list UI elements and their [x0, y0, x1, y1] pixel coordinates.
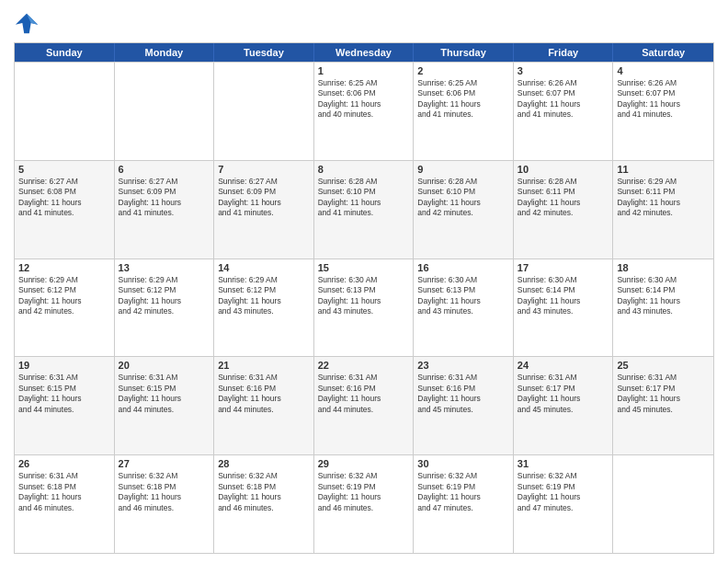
- calendar-cell: 13Sunrise: 6:29 AMSunset: 6:12 PMDayligh…: [115, 259, 215, 357]
- weekday-header: Sunday: [15, 43, 115, 62]
- calendar-cell: 4Sunrise: 6:26 AMSunset: 6:07 PMDaylight…: [613, 63, 713, 160]
- cell-line: Daylight: 11 hours: [318, 99, 410, 109]
- cell-line: Daylight: 11 hours: [218, 394, 310, 404]
- cell-line: Sunrise: 6:29 AM: [119, 275, 210, 285]
- cell-line: Sunset: 6:16 PM: [417, 384, 509, 394]
- weekday-header: Thursday: [414, 43, 514, 62]
- cell-line: and 43 minutes.: [218, 306, 310, 316]
- cell-line: and 46 minutes.: [318, 503, 410, 513]
- cell-line: and 46 minutes.: [218, 503, 310, 513]
- calendar-cell: 22Sunrise: 6:31 AMSunset: 6:16 PMDayligh…: [314, 357, 415, 454]
- cell-line: Sunrise: 6:32 AM: [119, 471, 210, 481]
- calendar-row: 12Sunrise: 6:29 AMSunset: 6:12 PMDayligh…: [15, 259, 713, 357]
- cell-line: Sunset: 6:07 PM: [617, 88, 710, 98]
- cell-line: Sunset: 6:18 PM: [119, 482, 210, 492]
- day-number: 27: [119, 458, 210, 469]
- cell-line: Sunrise: 6:25 AM: [318, 78, 410, 88]
- day-number: 2: [417, 65, 509, 76]
- cell-line: and 43 minutes.: [417, 306, 509, 316]
- cell-line: Daylight: 11 hours: [417, 99, 509, 109]
- cell-line: Daylight: 11 hours: [18, 296, 110, 306]
- calendar-cell: 19Sunrise: 6:31 AMSunset: 6:15 PMDayligh…: [15, 357, 115, 454]
- cell-line: Daylight: 11 hours: [119, 394, 210, 404]
- cell-line: and 42 minutes.: [18, 306, 110, 316]
- day-number: 29: [318, 458, 410, 469]
- cell-line: Daylight: 11 hours: [617, 394, 710, 404]
- cell-line: and 41 minutes.: [119, 208, 210, 218]
- cell-line: Sunset: 6:11 PM: [617, 187, 710, 197]
- cell-line: and 44 minutes.: [218, 405, 310, 415]
- day-number: 13: [119, 262, 210, 273]
- calendar-cell: 8Sunrise: 6:28 AMSunset: 6:10 PMDaylight…: [314, 161, 415, 259]
- cell-line: Sunrise: 6:30 AM: [318, 275, 410, 285]
- cell-line: Sunset: 6:09 PM: [119, 187, 210, 197]
- cell-line: Daylight: 11 hours: [518, 394, 609, 404]
- cell-line: Sunrise: 6:28 AM: [518, 177, 609, 187]
- cell-line: Daylight: 11 hours: [18, 394, 110, 404]
- calendar-cell: 24Sunrise: 6:31 AMSunset: 6:17 PMDayligh…: [514, 357, 614, 454]
- calendar-cell: [613, 455, 713, 553]
- cell-line: Daylight: 11 hours: [318, 492, 410, 502]
- calendar-cell: 9Sunrise: 6:28 AMSunset: 6:10 PMDaylight…: [414, 161, 514, 259]
- calendar-cell: 5Sunrise: 6:27 AMSunset: 6:08 PMDaylight…: [15, 161, 115, 259]
- cell-line: Sunrise: 6:29 AM: [218, 275, 310, 285]
- cell-line: Daylight: 11 hours: [518, 492, 609, 502]
- calendar-row: 1Sunrise: 6:25 AMSunset: 6:06 PMDaylight…: [15, 62, 713, 160]
- logo-icon: [14, 9, 40, 35]
- cell-line: Daylight: 11 hours: [18, 492, 110, 502]
- cell-line: Daylight: 11 hours: [119, 296, 210, 306]
- day-number: 6: [119, 164, 210, 175]
- cell-line: Daylight: 11 hours: [218, 492, 310, 502]
- cell-line: Sunset: 6:10 PM: [417, 187, 509, 197]
- calendar: SundayMondayTuesdayWednesdayThursdayFrid…: [14, 42, 714, 554]
- cell-line: Sunset: 6:17 PM: [617, 384, 710, 394]
- cell-line: Sunset: 6:10 PM: [318, 187, 410, 197]
- cell-line: Daylight: 11 hours: [318, 296, 410, 306]
- cell-line: Daylight: 11 hours: [518, 296, 609, 306]
- cell-line: and 44 minutes.: [119, 405, 210, 415]
- calendar-cell: 2Sunrise: 6:25 AMSunset: 6:06 PMDaylight…: [414, 63, 514, 160]
- cell-line: and 44 minutes.: [318, 405, 410, 415]
- calendar-cell: 3Sunrise: 6:26 AMSunset: 6:07 PMDaylight…: [514, 63, 614, 160]
- cell-line: Sunset: 6:06 PM: [318, 88, 410, 98]
- cell-line: and 47 minutes.: [518, 503, 609, 513]
- day-number: 4: [617, 65, 710, 76]
- cell-line: and 47 minutes.: [417, 503, 509, 513]
- cell-line: and 41 minutes.: [218, 208, 310, 218]
- cell-line: and 42 minutes.: [417, 208, 509, 218]
- cell-line: Sunrise: 6:32 AM: [417, 471, 509, 481]
- day-number: 12: [18, 262, 110, 273]
- cell-line: Sunset: 6:07 PM: [518, 88, 609, 98]
- cell-line: Sunset: 6:13 PM: [417, 285, 509, 295]
- weekday-header: Monday: [115, 43, 215, 62]
- calendar-cell: 31Sunrise: 6:32 AMSunset: 6:19 PMDayligh…: [514, 455, 614, 553]
- cell-line: Sunrise: 6:26 AM: [518, 78, 609, 88]
- cell-line: and 43 minutes.: [518, 306, 609, 316]
- day-number: 16: [417, 262, 509, 273]
- day-number: 7: [218, 164, 310, 175]
- day-number: 9: [417, 164, 509, 175]
- cell-line: Sunset: 6:06 PM: [417, 88, 509, 98]
- cell-line: Sunrise: 6:28 AM: [318, 177, 410, 187]
- cell-line: Sunrise: 6:28 AM: [417, 177, 509, 187]
- cell-line: and 46 minutes.: [18, 503, 110, 513]
- calendar-cell: 1Sunrise: 6:25 AMSunset: 6:06 PMDaylight…: [314, 63, 415, 160]
- page: SundayMondayTuesdayWednesdayThursdayFrid…: [0, 0, 728, 563]
- calendar-cell: 29Sunrise: 6:32 AMSunset: 6:19 PMDayligh…: [314, 455, 415, 553]
- weekday-header: Friday: [514, 43, 614, 62]
- day-number: 26: [18, 458, 110, 469]
- cell-line: Daylight: 11 hours: [417, 296, 509, 306]
- cell-line: Sunrise: 6:31 AM: [518, 373, 609, 383]
- cell-line: Daylight: 11 hours: [119, 198, 210, 208]
- day-number: 5: [18, 164, 110, 175]
- cell-line: Sunrise: 6:31 AM: [617, 373, 710, 383]
- calendar-cell: 12Sunrise: 6:29 AMSunset: 6:12 PMDayligh…: [15, 259, 115, 357]
- calendar-cell: 18Sunrise: 6:30 AMSunset: 6:14 PMDayligh…: [613, 259, 713, 357]
- calendar-cell: 16Sunrise: 6:30 AMSunset: 6:13 PMDayligh…: [414, 259, 514, 357]
- cell-line: Daylight: 11 hours: [417, 198, 509, 208]
- cell-line: Sunset: 6:12 PM: [119, 285, 210, 295]
- cell-line: and 42 minutes.: [119, 306, 210, 316]
- calendar-row: 5Sunrise: 6:27 AMSunset: 6:08 PMDaylight…: [15, 160, 713, 259]
- calendar-cell: 15Sunrise: 6:30 AMSunset: 6:13 PMDayligh…: [314, 259, 415, 357]
- cell-line: Sunrise: 6:30 AM: [518, 275, 609, 285]
